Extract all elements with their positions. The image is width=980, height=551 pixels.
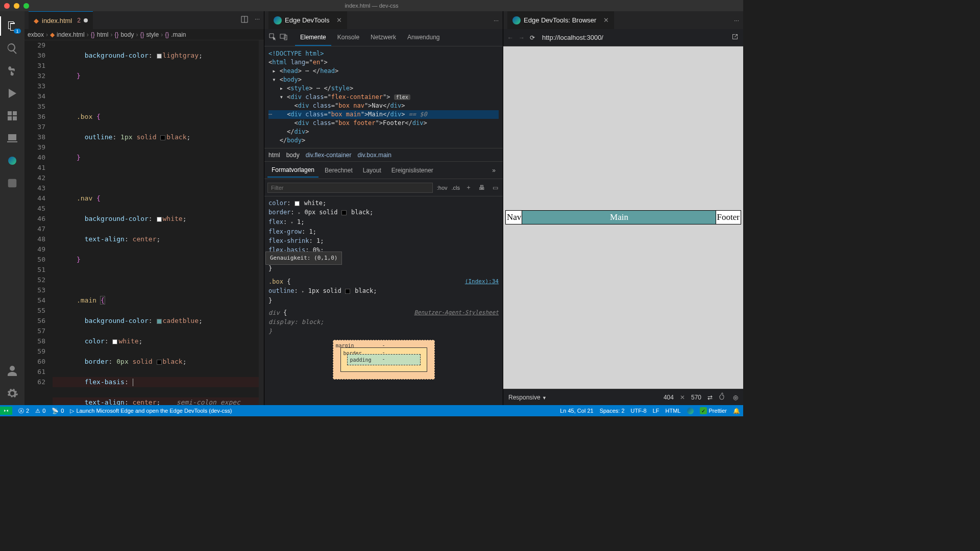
- touch-icon[interactable]: [719, 392, 727, 402]
- source-control-icon[interactable]: [6, 64, 19, 78]
- inspect-element-icon[interactable]: [268, 33, 277, 42]
- box-model-diagram[interactable]: margin - border - padding -: [333, 340, 435, 380]
- styles-pane[interactable]: color: white; border: ▸ 0px solid black;…: [264, 196, 503, 405]
- new-style-rule-icon[interactable]: ＋: [464, 183, 473, 192]
- language-mode[interactable]: HTML: [666, 408, 681, 414]
- dirty-indicator-icon: [84, 18, 88, 22]
- minimap[interactable]: [259, 40, 264, 405]
- indentation[interactable]: Spaces: 2: [600, 408, 625, 414]
- notifications-icon[interactable]: 🔔: [733, 408, 740, 414]
- browser-more-icon[interactable]: ···: [734, 17, 739, 24]
- styles-filter-input[interactable]: [267, 183, 433, 193]
- eol[interactable]: LF: [653, 408, 659, 414]
- source-link[interactable]: (Index):34: [465, 277, 499, 286]
- editor-group-left: ◆ index.html 2 ··· exbox› ◆ index.html› …: [24, 11, 264, 405]
- explorer-icon[interactable]: 1: [6, 19, 19, 33]
- warnings-count[interactable]: ⚠ 0: [35, 408, 45, 414]
- open-external-icon[interactable]: [731, 33, 739, 42]
- styles-subtabs: Formatvorlagen Berechnet Layout Ereignis…: [264, 162, 503, 179]
- dom-tree[interactable]: <!DOCTYPE html> <html lang="en"> ▸ <head…: [264, 46, 503, 148]
- subtab-eventlisteners[interactable]: Ereignislistener: [387, 164, 437, 177]
- rendered-nav-box: Nav: [506, 211, 522, 224]
- prettier-status[interactable]: ✓ Prettier: [700, 407, 727, 414]
- forward-icon[interactable]: →: [519, 34, 525, 41]
- ports-count[interactable]: 📡 0: [52, 408, 64, 414]
- editor-group-devtools: Edge DevTools ✕ ··· Elemente Konsole Net…: [264, 11, 503, 405]
- devtools-tabbar: Edge DevTools ✕ ···: [264, 11, 503, 29]
- encoding[interactable]: UTF-8: [631, 408, 647, 414]
- cursor-position[interactable]: Ln 45, Col 21: [560, 408, 593, 414]
- search-icon[interactable]: [6, 42, 19, 55]
- device-emulation-bar: Responsive ▼ 404 ✕ 570 ⇄ ◎: [503, 389, 743, 405]
- tab-problem-count: 2: [77, 17, 81, 24]
- subtab-layout[interactable]: Layout: [359, 164, 385, 177]
- editor-tabbar: ◆ index.html 2 ···: [24, 11, 264, 29]
- devtools-panel-tabs: Elemente Konsole Netzwerk Anwendung: [295, 30, 445, 46]
- rendered-footer-box: Footer: [716, 211, 741, 224]
- edge-devtools-icon[interactable]: [6, 154, 19, 167]
- run-debug-icon[interactable]: [6, 87, 19, 100]
- explorer-badge: 1: [14, 29, 21, 34]
- launch-edge-button[interactable]: ▷ Launch Microsoft Edge and open the Edg…: [70, 408, 232, 414]
- print-media-icon[interactable]: 🖶: [477, 184, 486, 191]
- errors-count[interactable]: ⓧ 2: [18, 407, 29, 415]
- edge-icon: [512, 16, 521, 24]
- split-editor-icon[interactable]: [240, 15, 249, 25]
- reload-icon[interactable]: ⟳: [530, 34, 535, 41]
- dimension-separator: ✕: [680, 394, 685, 401]
- breadcrumb[interactable]: exbox› ◆ index.html› {} html› {} body› {…: [24, 29, 264, 40]
- devtools-tab[interactable]: Edge DevTools ✕: [268, 11, 347, 29]
- devtools-more-icon[interactable]: ···: [494, 17, 499, 24]
- line-numbers: 2930313233343536373839404142434445464748…: [24, 40, 53, 405]
- zoom-window-button[interactable]: [23, 3, 29, 9]
- brackets-icon: {}: [114, 31, 118, 38]
- minimize-window-button[interactable]: [14, 3, 19, 9]
- subtab-styles[interactable]: Formatvorlagen: [267, 163, 318, 178]
- extra-extension-icon[interactable]: [6, 177, 19, 190]
- window-controls: [4, 3, 29, 9]
- tab-filename: index.html: [42, 17, 72, 24]
- remote-indicator[interactable]: [0, 407, 12, 415]
- dpr-icon[interactable]: ◎: [733, 394, 738, 401]
- remote-explorer-icon[interactable]: [6, 132, 19, 145]
- editor-more-icon[interactable]: ···: [255, 15, 260, 25]
- tab-application[interactable]: Anwendung: [402, 30, 445, 46]
- accounts-icon[interactable]: [6, 364, 19, 378]
- subtab-computed[interactable]: Berechnet: [321, 164, 357, 177]
- close-window-button[interactable]: [4, 3, 10, 9]
- more-subtabs-icon[interactable]: »: [488, 164, 500, 177]
- editor-group-browser: Edge DevTools: Browser ✕ ··· ← → ⟳ http:…: [503, 11, 743, 405]
- browser-tab[interactable]: Edge DevTools: Browser ✕: [507, 11, 614, 29]
- viewport-width[interactable]: 404: [664, 394, 674, 401]
- cls-toggle[interactable]: .cls: [452, 185, 460, 191]
- svg-rect-0: [8, 179, 17, 188]
- window-title: index.html — dev-css: [345, 3, 398, 9]
- styles-toolbar: :hov .cls ＋ 🖶 ▭: [264, 179, 503, 196]
- extensions-icon[interactable]: [6, 109, 19, 122]
- tab-elements[interactable]: Elemente: [295, 30, 331, 46]
- edge-status-icon[interactable]: [687, 408, 694, 414]
- url-bar[interactable]: http://localhost:3000/: [540, 32, 726, 43]
- hov-toggle[interactable]: :hov: [437, 185, 448, 191]
- editor-tab-index-html[interactable]: ◆ index.html 2: [29, 11, 93, 29]
- dom-breadcrumb[interactable]: html body div.flex-container div.box.mai…: [264, 148, 503, 162]
- viewport-height[interactable]: 570: [691, 394, 701, 401]
- close-tab-icon[interactable]: ✕: [336, 16, 342, 24]
- browser-viewport[interactable]: Nav Main Footer: [503, 46, 743, 389]
- rotate-icon[interactable]: ⇄: [707, 394, 713, 401]
- rendered-main-box: Main: [522, 211, 716, 224]
- tab-console[interactable]: Konsole: [332, 30, 364, 46]
- back-icon[interactable]: ←: [507, 34, 513, 41]
- device-toggle-icon[interactable]: [280, 33, 288, 42]
- code-editor[interactable]: 2930313233343536373839404142434445464748…: [24, 40, 264, 405]
- brackets-icon: {}: [140, 31, 144, 38]
- tab-network[interactable]: Netzwerk: [365, 30, 401, 46]
- brackets-icon: {}: [91, 31, 95, 38]
- computed-styles-toggle-icon[interactable]: ▭: [491, 184, 500, 191]
- settings-gear-icon[interactable]: [6, 387, 19, 400]
- device-select[interactable]: Responsive ▼: [508, 394, 547, 401]
- status-bar: ⓧ 2 ⚠ 0 📡 0 ▷ Launch Microsoft Edge and …: [0, 405, 743, 416]
- code-content[interactable]: background-color: lightgray; } .box { ou…: [53, 40, 264, 405]
- close-tab-icon[interactable]: ✕: [603, 16, 609, 24]
- file-icon: ◆: [50, 31, 55, 38]
